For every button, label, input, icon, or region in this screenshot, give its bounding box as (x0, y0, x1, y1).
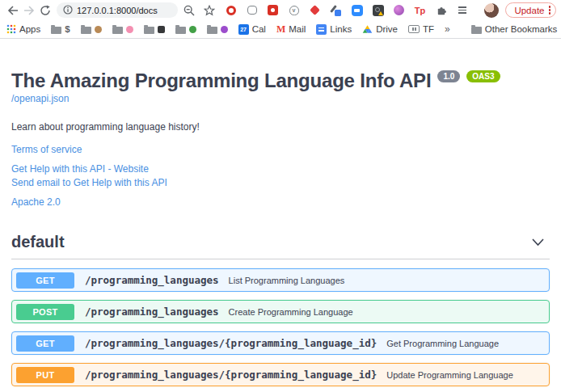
bookmark-mail[interactable]: M Mail (276, 23, 306, 36)
other-bookmarks[interactable]: Other Bookmarks (471, 24, 557, 34)
url-text[interactable]: 127.0.0.1:8000/docs (77, 6, 158, 15)
operation-row-put-3[interactable]: PUT/programming_languages/{programming_l… (11, 363, 550, 386)
site-info-icon[interactable] (63, 3, 73, 18)
document-icon (316, 24, 327, 35)
red-ring-extension-icon[interactable] (225, 4, 237, 16)
version-badge: 1.0 (437, 70, 460, 82)
highlighter-extension-icon[interactable] (330, 4, 342, 16)
bookmark-apps-label: Apps (19, 24, 40, 34)
bookmarks-bar: Apps $ 27 Cal M Mail Links (0, 20, 561, 39)
profile-avatar[interactable] (484, 3, 499, 18)
method-badge: POST (16, 304, 74, 320)
bookmark-folder-clover[interactable] (175, 25, 196, 34)
license-link[interactable]: Apache 2.0 (11, 196, 550, 208)
bookmark-star-icon[interactable] (200, 2, 218, 19)
flower-extension-icon[interactable] (393, 4, 405, 16)
section-title: default (11, 233, 65, 251)
purple-heart-emoji (221, 26, 228, 33)
apps-grid-icon (6, 24, 16, 34)
graduation-cap-emoji (158, 26, 165, 33)
playlist-extension-icon[interactable] (456, 4, 468, 16)
section-header-default[interactable]: default (11, 233, 550, 259)
swagger-ui: The Amazing Programming Language Info AP… (0, 39, 561, 392)
endpoint-summary: Update Programming Language (386, 370, 513, 380)
folder-icon (81, 27, 91, 34)
method-badge: PUT (16, 367, 74, 383)
operation-row-get-0[interactable]: GET/programming_languagesList Programmin… (11, 268, 550, 292)
chat-bubble-extension-icon[interactable] (246, 4, 258, 16)
oas3-badge: OAS3 (466, 70, 500, 82)
dollar-emoji: $ (65, 24, 70, 34)
brain-emoji (126, 26, 133, 33)
openapi-spec-link[interactable]: /openapi.json (11, 93, 550, 104)
reload-icon[interactable] (37, 2, 53, 19)
folder-icon (175, 27, 186, 34)
operations-list: GET/programming_languagesList Programmin… (11, 268, 550, 392)
back-icon[interactable] (5, 2, 21, 19)
url-bar[interactable]: 127.0.0.1:8000/docs (57, 2, 178, 18)
update-button-label: Update (514, 6, 544, 15)
update-button[interactable]: Update (505, 2, 556, 18)
endpoint-summary: Create Programming Language (229, 307, 353, 317)
browser-menu-icon[interactable] (549, 6, 551, 15)
gmail-icon: M (276, 23, 285, 36)
method-badge: GET (16, 272, 74, 289)
clover-emoji (189, 26, 196, 33)
endpoint-path: /programming_languages (85, 274, 219, 286)
endpoint-summary: Get Programming Language (386, 339, 499, 348)
bookmark-links-label: Links (330, 24, 352, 34)
chevron-down-icon[interactable] (531, 238, 550, 247)
bookmark-drive[interactable]: Drive (362, 24, 398, 34)
bookmark-cal-label: Cal (252, 24, 266, 34)
bookmark-mail-label: Mail (289, 24, 306, 34)
folder-icon (112, 27, 123, 34)
page-title: The Amazing Programming Language Info AP… (11, 70, 431, 92)
bookmark-tf-label: TF (423, 24, 434, 34)
folder-icon (51, 27, 61, 34)
forward-icon (21, 2, 37, 19)
drive-icon (362, 24, 373, 34)
bookmark-folder-gradcap[interactable] (144, 25, 165, 34)
zoom-extension-icon[interactable] (351, 4, 363, 16)
calendar-icon: 27 (238, 24, 249, 35)
api-description: Learn about programming language history… (11, 121, 550, 133)
endpoint-summary: List Programming Languages (229, 276, 345, 285)
operation-row-get-2[interactable]: GET/programming_languages/{programming_l… (11, 331, 550, 355)
teleparty-extension-icon[interactable]: Tp (414, 4, 426, 16)
browser-toolbar: 127.0.0.1:8000/docs v Tp Update (0, 0, 561, 20)
bookmark-links[interactable]: Links (316, 24, 352, 35)
method-badge: GET (16, 335, 74, 352)
api-title-row: The Amazing Programming Language Info AP… (11, 70, 550, 92)
contact-website-link[interactable]: Get Help with this API - Website (11, 163, 550, 175)
extensions-row: v Tp (225, 4, 476, 16)
endpoint-path: /programming_languages/{programming_lang… (85, 337, 377, 349)
other-bookmarks-label: Other Bookmarks (485, 24, 557, 34)
pocket-extension-icon[interactable]: v (288, 4, 300, 16)
folder-icon (207, 27, 217, 34)
bookmark-folder-horse[interactable] (81, 25, 102, 34)
bookmark-cal[interactable]: 27 Cal (238, 24, 266, 35)
bookmark-folder-brain[interactable] (112, 25, 133, 34)
bookmarks-overflow-chevron[interactable]: » (445, 23, 450, 35)
cbs-extension-icon[interactable] (267, 4, 279, 16)
gear-warning-extension-icon[interactable] (372, 4, 384, 16)
bookmark-folder-dollar[interactable]: $ (51, 24, 70, 34)
operation-row-post-1[interactable]: POST/programming_languagesCreate Program… (11, 300, 550, 323)
bookmark-folder-heart[interactable] (207, 25, 228, 34)
endpoint-path: /programming_languages/{programming_lang… (85, 369, 377, 381)
folder-icon (471, 27, 482, 34)
terms-of-service-link[interactable]: Terms of service (11, 144, 550, 155)
bookmark-drive-label: Drive (376, 24, 398, 34)
zoom-out-icon[interactable] (180, 2, 198, 19)
contact-email-link[interactable]: Send email to Get Help with this API (11, 177, 550, 188)
puzzle-extensions-icon[interactable] (435, 4, 447, 16)
embed-icon (408, 25, 420, 33)
horse-emoji (95, 26, 102, 33)
endpoint-path: /programming_languages (85, 306, 219, 318)
bookmark-apps[interactable]: Apps (6, 24, 40, 34)
folder-icon (144, 27, 154, 34)
diigo-extension-icon[interactable] (309, 4, 321, 16)
bookmark-tf[interactable]: TF (408, 24, 434, 34)
